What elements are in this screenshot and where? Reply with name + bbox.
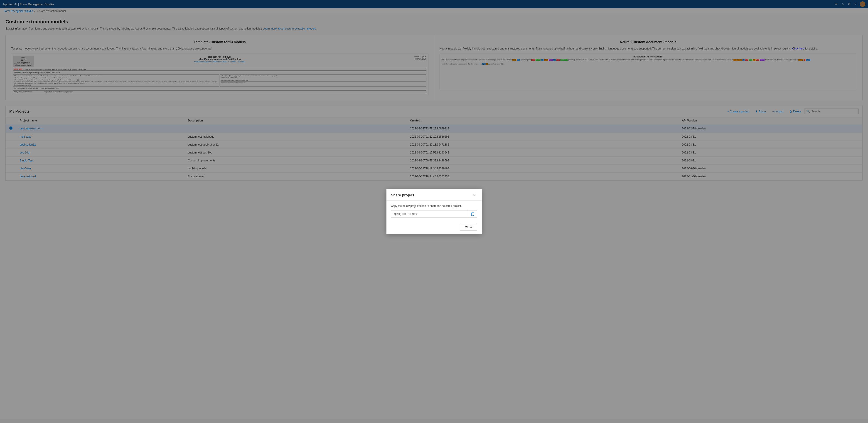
modal-header: Share project ✕ <box>386 189 482 201</box>
project-token-input[interactable] <box>391 210 468 217</box>
modal-close-button[interactable]: ✕ <box>471 192 477 198</box>
modal-close-action-button[interactable]: Close <box>460 224 477 231</box>
svg-rect-1 <box>472 212 474 215</box>
modal-description: Copy the below project token to share th… <box>391 204 477 208</box>
modal-body: Copy the below project token to share th… <box>386 201 482 221</box>
copy-icon <box>471 212 475 216</box>
modal-title: Share project <box>391 193 414 197</box>
copy-token-button[interactable] <box>468 210 477 217</box>
token-row <box>391 210 477 217</box>
modal-footer: Close <box>386 221 482 234</box>
share-project-modal: Share project ✕ Copy the below project t… <box>386 189 482 234</box>
modal-overlay[interactable]: Share project ✕ Copy the below project t… <box>0 0 868 419</box>
